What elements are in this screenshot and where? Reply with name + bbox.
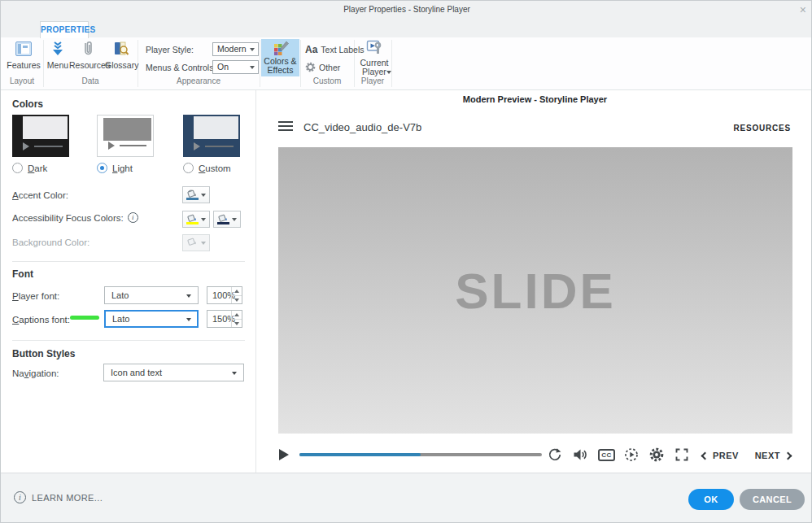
features-button[interactable]: Features xyxy=(6,40,41,70)
group-label-custom: Custom xyxy=(300,76,354,85)
ok-button[interactable]: OK xyxy=(688,489,734,510)
closed-captions-button[interactable]: CC xyxy=(598,449,615,461)
player-font-select[interactable]: Lato xyxy=(104,286,199,304)
play-button[interactable] xyxy=(279,449,289,460)
seekbar[interactable] xyxy=(299,453,542,456)
next-button[interactable]: NEXT xyxy=(755,451,791,460)
accent-color-label: Accent Color: xyxy=(12,190,68,200)
volume-button[interactable] xyxy=(573,447,587,462)
chevron-down-icon xyxy=(201,194,206,197)
chevron-down-icon xyxy=(250,66,255,69)
cancel-button[interactable]: CANCEL xyxy=(740,489,805,510)
course-title: CC_video_audio_de-V7b xyxy=(303,121,421,133)
replay-button[interactable] xyxy=(548,447,562,462)
theme-thumbnail-dark[interactable] xyxy=(12,115,69,157)
other-label: Other xyxy=(319,63,340,72)
radio-circle[interactable] xyxy=(183,163,194,173)
paperclip-icon xyxy=(79,40,97,58)
captions-font-size-stepper[interactable]: 150% xyxy=(207,310,242,328)
panel-divider xyxy=(255,90,256,473)
section-divider xyxy=(12,261,245,262)
seekbar-line xyxy=(120,145,146,146)
current-player-button[interactable]: Current Player xyxy=(356,38,392,76)
spinner-buttons xyxy=(231,311,242,327)
prev-button[interactable]: PREV xyxy=(702,451,739,460)
group-label-player: Player xyxy=(354,76,391,85)
menu-label: Menu xyxy=(47,60,68,70)
radio-light-label: Light xyxy=(112,163,133,173)
navigation-select[interactable]: Icon and text xyxy=(103,364,244,381)
chevron-down-icon xyxy=(186,318,191,321)
current-player-icon xyxy=(365,38,383,56)
slide-placeholder-text: SLIDE xyxy=(455,262,616,320)
group-label-layout: Layout xyxy=(1,76,43,85)
radio-custom-label: Custom xyxy=(199,163,231,173)
features-icon xyxy=(15,40,33,58)
seekbar-progress xyxy=(299,453,421,456)
chevron-down-icon xyxy=(186,294,191,298)
hamburger-menu-icon[interactable] xyxy=(278,121,293,131)
group-label-appearance: Appearance xyxy=(138,76,260,85)
info-icon[interactable]: i xyxy=(128,212,138,223)
radio-dark-label: Dark xyxy=(28,163,47,173)
features-label: Features xyxy=(7,60,40,70)
cc-icon-label: CC xyxy=(601,451,612,459)
spinner-buttons xyxy=(231,287,242,303)
play-icon xyxy=(194,142,200,150)
menu-button[interactable]: Menu xyxy=(46,40,70,70)
dialog-title: Player Properties - Storyline Player xyxy=(1,1,812,19)
settings-gear-icon[interactable] xyxy=(649,447,664,462)
navigation-label: Navigation: xyxy=(12,368,59,378)
tab-strip xyxy=(1,19,812,37)
spin-up-icon[interactable] xyxy=(232,311,242,319)
resources-link[interactable]: RESOURCES xyxy=(733,124,791,133)
spin-down-icon[interactable] xyxy=(232,319,242,327)
navigation-value: Icon and text xyxy=(104,364,243,381)
player-style-select[interactable]: Modern xyxy=(212,42,259,56)
close-icon[interactable]: × xyxy=(800,2,806,17)
colors-effects-icon xyxy=(273,41,289,56)
other-button[interactable]: Other xyxy=(305,62,340,72)
focus-color-picker-2[interactable] xyxy=(213,211,241,228)
theme-thumbnail-light[interactable] xyxy=(97,115,154,157)
resources-button[interactable]: Resources xyxy=(69,40,107,70)
tab-properties[interactable]: PROPERTIES xyxy=(40,21,89,38)
chevron-left-icon xyxy=(701,451,709,460)
radio-circle[interactable] xyxy=(12,163,23,173)
player-font-size-stepper[interactable]: 100% xyxy=(207,286,242,304)
playback-speed-button[interactable] xyxy=(624,447,639,462)
accessibility-focus-label: Accessibility Focus Colors: xyxy=(12,213,124,223)
radio-circle-checked[interactable] xyxy=(97,163,107,173)
fullscreen-button[interactable] xyxy=(674,447,689,462)
group-divider xyxy=(260,40,260,87)
accent-color-picker[interactable] xyxy=(182,186,210,203)
radio-light[interactable]: Light xyxy=(97,163,133,173)
play-icon xyxy=(23,142,29,150)
menus-controls-label: Menus & Controls: xyxy=(146,63,216,72)
gear-icon xyxy=(305,62,316,72)
background-color-label: Background Color: xyxy=(12,238,89,247)
chevron-down-icon xyxy=(232,218,237,221)
radio-dark[interactable]: Dark xyxy=(12,163,47,173)
captions-font-value: Lato xyxy=(106,312,197,326)
theme-thumbnail-custom[interactable] xyxy=(183,115,240,157)
spin-up-icon[interactable] xyxy=(232,287,242,295)
slide-area: SLIDE xyxy=(278,147,792,434)
chevron-down-icon xyxy=(250,48,255,51)
accent-color-swatch xyxy=(186,198,199,200)
radio-custom[interactable]: Custom xyxy=(183,163,231,173)
spin-down-icon[interactable] xyxy=(232,295,242,303)
colors-effects-button[interactable]: Colors & Effects xyxy=(261,39,299,76)
chevron-down-icon xyxy=(232,372,237,375)
focus-color-picker-1[interactable] xyxy=(182,211,210,228)
focus-color-swatch-1 xyxy=(186,222,199,224)
ribbon: Features Menu Resources Glossary xyxy=(1,37,812,90)
menus-controls-select[interactable]: On xyxy=(212,60,259,74)
learn-more-link[interactable]: i LEARN MORE... xyxy=(14,491,103,503)
theme-thumb-content xyxy=(194,116,238,139)
glossary-button[interactable]: Glossary xyxy=(105,40,138,70)
text-labels-button[interactable]: Aa Text Labels xyxy=(305,44,364,55)
seekbar-line xyxy=(34,146,63,147)
captions-font-select[interactable]: Lato xyxy=(104,310,199,328)
chevron-down-icon xyxy=(201,218,206,221)
